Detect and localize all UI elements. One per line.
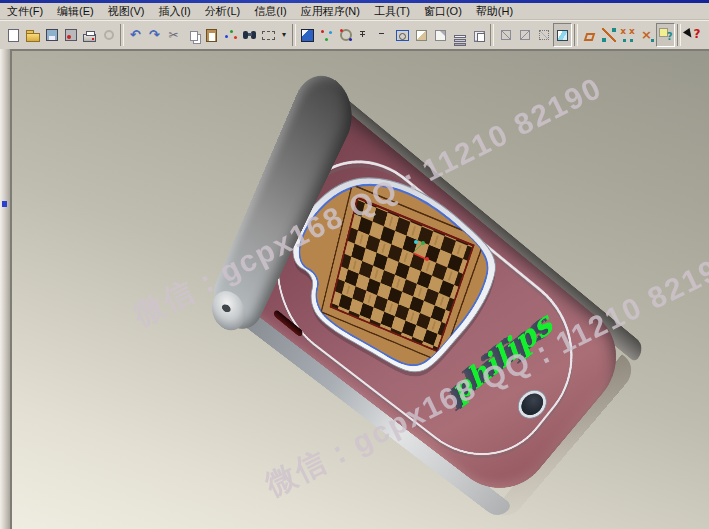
trim-divide-button[interactable]: × xyxy=(637,23,656,47)
new-icon xyxy=(8,29,19,42)
trim-divide-icon: × xyxy=(639,27,655,43)
static-wireframe-button[interactable] xyxy=(515,23,534,47)
menu-window[interactable]: 窗口(O) xyxy=(417,3,469,20)
copy-icon xyxy=(190,31,198,41)
cut-button[interactable]: ✂ xyxy=(164,23,183,47)
menu-tools[interactable]: 工具(T) xyxy=(367,3,417,20)
open-button[interactable] xyxy=(23,23,42,47)
toolbar-dock-strip[interactable] xyxy=(0,49,10,529)
zoom-in-button[interactable] xyxy=(355,23,374,47)
menu-information[interactable]: 信息(I) xyxy=(247,3,293,20)
profile-curve-icon xyxy=(584,33,596,41)
view-orient-icon xyxy=(340,29,352,41)
toolbar-separator xyxy=(120,24,124,46)
find-icon xyxy=(242,27,258,43)
graphics-viewport[interactable]: philips 微信：gcpx168 QQ：11210 82190 微信：gcp… xyxy=(10,49,709,529)
line-point-icon xyxy=(602,28,616,42)
z-axis-dot xyxy=(414,240,418,244)
view-capture-button[interactable] xyxy=(469,23,488,47)
save-icon xyxy=(46,29,58,41)
toolbar-separator xyxy=(574,24,578,46)
save-as-button[interactable] xyxy=(61,23,80,47)
redo-icon: ↷ xyxy=(147,27,163,43)
layer-settings-icon xyxy=(454,35,466,38)
menu-view[interactable]: 视图(V) xyxy=(101,3,152,20)
static-wireframe-icon xyxy=(520,30,530,40)
snap-point-icon xyxy=(223,27,239,43)
workspace: philips 微信：gcpx168 QQ：11210 82190 微信：gcp… xyxy=(0,49,709,529)
export-button[interactable] xyxy=(99,23,118,47)
menu-analysis[interactable]: 分析(L) xyxy=(198,3,247,20)
find-button[interactable] xyxy=(240,23,259,47)
point-display-button[interactable] xyxy=(317,23,336,47)
point-display-icon xyxy=(319,27,335,43)
view-orient-button[interactable] xyxy=(336,23,355,47)
snap-point-button[interactable] xyxy=(221,23,240,47)
info-query-icon xyxy=(658,27,674,43)
paste-button[interactable] xyxy=(202,23,221,47)
undo-icon: ↶ xyxy=(128,27,144,43)
hidden-edge-display-icon xyxy=(539,30,549,40)
context-help-button[interactable] xyxy=(683,23,702,47)
save-button[interactable] xyxy=(42,23,61,47)
profile-curve-button[interactable] xyxy=(580,23,599,47)
toolbar-separator xyxy=(490,24,494,46)
shaded-display-icon xyxy=(301,29,314,42)
shaded-cube-button[interactable] xyxy=(553,23,572,47)
export-icon xyxy=(104,30,114,40)
open-icon xyxy=(26,33,40,42)
menu-help[interactable]: 帮助(H) xyxy=(469,3,520,20)
selection-filter-dropdown-button[interactable]: ▾ xyxy=(278,23,290,47)
extrude-preview-icon xyxy=(416,30,427,41)
info-query-button[interactable] xyxy=(656,23,675,47)
extrude-preview-button[interactable] xyxy=(412,23,431,47)
selection-filter-icon xyxy=(262,31,275,40)
line-point-button[interactable] xyxy=(599,23,618,47)
shaded-display-button[interactable] xyxy=(298,23,317,47)
save-as-icon xyxy=(65,29,77,41)
section-view-button[interactable] xyxy=(431,23,450,47)
zoom-window-button[interactable] xyxy=(393,23,412,47)
paste-icon xyxy=(206,29,217,42)
selection-filter-dropdown-icon: ▾ xyxy=(279,27,289,43)
print-icon xyxy=(83,34,96,42)
point-set-button[interactable]: x x xyxy=(618,23,637,47)
wireframe-display-icon xyxy=(501,30,511,40)
y-axis-dot xyxy=(421,241,425,245)
dock-indicator xyxy=(2,201,7,207)
wireframe-display-button[interactable] xyxy=(496,23,515,47)
main-toolbar: ↶↷✂▾x x× xyxy=(0,20,709,49)
selection-filter-button[interactable] xyxy=(259,23,278,47)
cut-icon: ✂ xyxy=(166,27,182,43)
toolbar-separator xyxy=(292,24,296,46)
hidden-edge-display-button[interactable] xyxy=(534,23,553,47)
view-capture-icon xyxy=(474,31,485,42)
zoom-in-icon xyxy=(357,27,373,43)
zoom-window-icon xyxy=(396,30,409,41)
print-button[interactable] xyxy=(80,23,99,47)
csys-triad xyxy=(405,239,435,265)
toolbar-separator xyxy=(677,24,681,46)
new-button[interactable] xyxy=(4,23,23,47)
redo-button[interactable]: ↷ xyxy=(145,23,164,47)
menu-edit[interactable]: 编辑(E) xyxy=(50,3,101,20)
point-set-icon: x x xyxy=(620,27,636,43)
menu-file[interactable]: 文件(F) xyxy=(0,3,50,20)
x-axis-line xyxy=(413,253,426,259)
menu-application[interactable]: 应用程序(N) xyxy=(294,3,367,20)
section-view-icon xyxy=(435,30,446,41)
undo-button[interactable]: ↶ xyxy=(126,23,145,47)
y-axis-line xyxy=(413,244,422,253)
menu-bar: 文件(F)编辑(E)视图(V)插入(I)分析(L)信息(I)应用程序(N)工具(… xyxy=(0,3,709,20)
copy-button[interactable] xyxy=(183,23,202,47)
menu-insert[interactable]: 插入(I) xyxy=(151,3,197,20)
shaded-cube-icon xyxy=(557,30,568,41)
x-axis-dot xyxy=(425,257,429,261)
layer-settings-button[interactable] xyxy=(450,23,469,47)
zoom-out-button[interactable] xyxy=(374,23,393,47)
zoom-out-icon xyxy=(376,27,392,43)
context-help-icon xyxy=(685,27,701,43)
